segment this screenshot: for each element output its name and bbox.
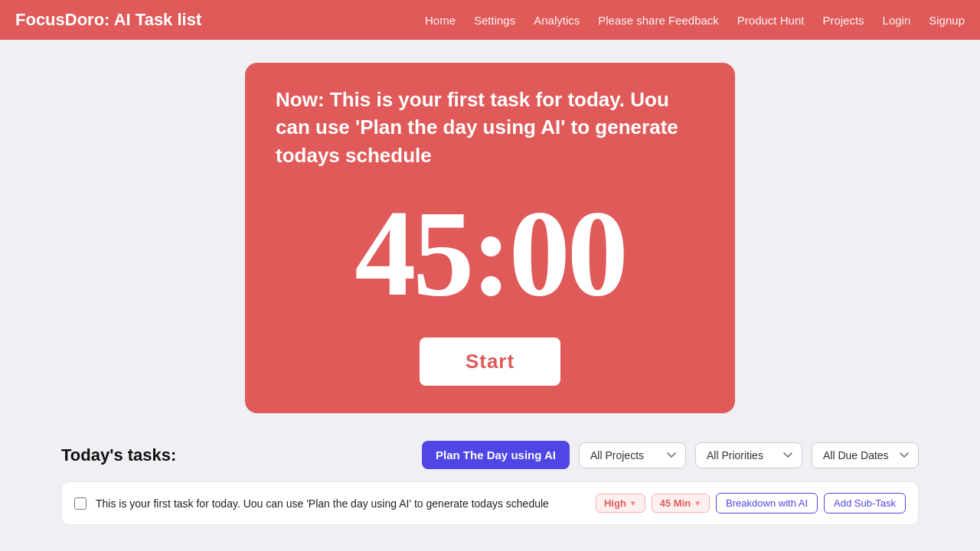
nav-analytics[interactable]: Analytics <box>534 14 580 27</box>
tasks-controls: Plan The Day using AI All Projects All P… <box>422 441 919 469</box>
filter-projects[interactable]: All Projects <box>579 442 686 468</box>
tasks-section: Today's tasks: Plan The Day using AI All… <box>61 441 919 525</box>
task-row: This is your first task for today. Uou c… <box>61 481 919 525</box>
task-badges: High ▼ 45 Min ▼ Breakdown with AI Add Su… <box>596 493 906 514</box>
nav-projects[interactable]: Projects <box>822 14 864 27</box>
nav-feedback[interactable]: Please share Feedback <box>598 14 719 27</box>
filter-priorities[interactable]: All Priorities <box>695 442 802 468</box>
priority-badge[interactable]: High ▼ <box>596 494 645 513</box>
tasks-header: Today's tasks: Plan The Day using AI All… <box>61 441 919 469</box>
start-button[interactable]: Start <box>420 337 560 386</box>
nav-product-hunt[interactable]: Product Hunt <box>737 14 805 27</box>
nav-login[interactable]: Login <box>883 14 911 27</box>
add-subtask-button[interactable]: Add Sub-Task <box>824 493 906 514</box>
duration-chevron-icon: ▼ <box>694 499 701 507</box>
task-checkbox[interactable] <box>74 497 87 510</box>
app-logo[interactable]: FocusDoro: AI Task list <box>15 10 201 30</box>
priority-chevron-icon: ▼ <box>629 499 637 507</box>
timer-message: Now: This is your first task for today. … <box>276 86 704 169</box>
main-nav: Home Settings Analytics Please share Fee… <box>425 14 965 27</box>
task-text: This is your first task for today. Uou c… <box>96 497 586 510</box>
nav-home[interactable]: Home <box>425 14 456 27</box>
filter-due-dates[interactable]: All Due Dates <box>812 442 919 468</box>
duration-badge[interactable]: 45 Min ▼ <box>652 494 710 513</box>
duration-label: 45 Min <box>660 497 691 509</box>
timer-card: Now: This is your first task for today. … <box>245 63 735 413</box>
plan-ai-button[interactable]: Plan The Day using AI <box>422 441 570 469</box>
main-content: Now: This is your first task for today. … <box>0 40 980 540</box>
timer-display: 45:00 <box>354 192 625 315</box>
breakdown-ai-button[interactable]: Breakdown with AI <box>716 493 818 514</box>
tasks-title: Today's tasks: <box>61 445 176 465</box>
header: FocusDoro: AI Task list Home Settings An… <box>0 0 980 40</box>
priority-label: High <box>604 497 626 509</box>
nav-signup[interactable]: Signup <box>929 14 965 27</box>
nav-settings[interactable]: Settings <box>474 14 515 27</box>
